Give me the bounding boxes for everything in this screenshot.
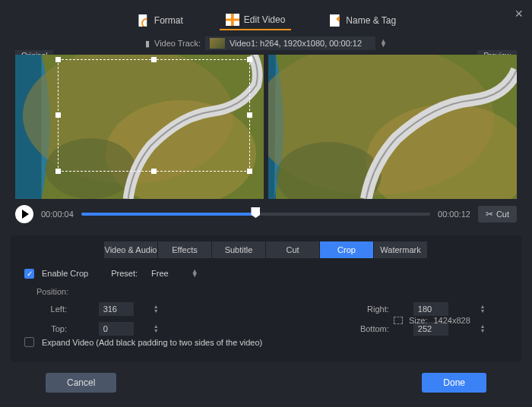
video-track-select[interactable]: Video1: h264, 1920x1080, 00:00:12	[205, 36, 375, 50]
right-spinner[interactable]: ▲▼	[480, 304, 508, 314]
edit-video-dialog: × Format Edit Video Name & Tag ▮ Video T…	[0, 0, 532, 407]
crop-selection[interactable]	[58, 59, 250, 172]
select-arrows-icon: ▲▼	[192, 270, 198, 277]
preset-value: Free	[151, 269, 169, 278]
player-bar: 00:00:04 00:00:12 ✂ Cut	[0, 199, 532, 232]
crop-handle-tl[interactable]	[55, 57, 61, 62]
tab-edit-video[interactable]: Edit Video	[220, 11, 292, 30]
video-track-label: Video Track:	[154, 39, 201, 48]
bottom-spinner[interactable]: ▲▼	[480, 324, 508, 333]
left-spinner[interactable]: ▲▼	[154, 304, 182, 314]
video-track-bar: ▮ Video Track: Video1: h264, 1920x1080, …	[0, 36, 532, 55]
top-input[interactable]	[99, 322, 134, 336]
crop-handle-bl[interactable]	[55, 169, 61, 174]
video-track-value: Video1: h264, 1920x1080, 00:00:12	[230, 39, 362, 48]
video-track-thumb	[210, 38, 225, 49]
position-block: Position: Left: ▲▼ Right: ▲▼ Top: ▲▼ Bot…	[24, 287, 508, 345]
name-tag-icon	[328, 14, 341, 27]
preview-video-pane	[268, 55, 517, 199]
left-input[interactable]	[99, 302, 134, 316]
film-icon: ▮	[145, 39, 150, 49]
close-icon[interactable]: ×	[515, 6, 523, 22]
original-video-pane	[15, 55, 264, 199]
edit-video-icon	[226, 14, 239, 26]
timeline-fill	[81, 213, 256, 216]
position-label: Position:	[36, 287, 508, 296]
right-label: Right:	[359, 304, 389, 314]
right-input[interactable]	[413, 302, 448, 316]
tab-edit-label: Edit Video	[244, 14, 286, 25]
duration: 00:00:12	[438, 210, 470, 219]
timeline-handle[interactable]	[251, 207, 260, 218]
done-button[interactable]: Done	[422, 373, 486, 393]
preview-frame	[268, 55, 517, 199]
crop-handle-tr[interactable]	[247, 57, 252, 62]
sub-tab-effects[interactable]: Effects	[158, 241, 212, 258]
select-arrows-icon[interactable]: ▲▼	[380, 39, 387, 47]
sub-tab-video-audio[interactable]: Video & Audio	[104, 241, 158, 258]
crop-handle-tm[interactable]	[151, 57, 157, 62]
top-tabs: Format Edit Video Name & Tag	[0, 0, 532, 36]
play-icon	[22, 210, 29, 219]
crop-handle-mr[interactable]	[247, 112, 252, 118]
play-button[interactable]	[15, 205, 33, 223]
current-time: 00:00:04	[41, 210, 74, 219]
expand-video-checkbox[interactable]	[24, 337, 34, 347]
size-label: Size:	[409, 316, 427, 325]
sub-tab-cut[interactable]: Cut	[266, 241, 320, 258]
enable-crop-checkbox[interactable]: ✓	[24, 269, 34, 279]
scissors-icon: ✂	[486, 209, 493, 219]
sub-tab-subtitle[interactable]: Subtitle	[212, 241, 266, 258]
crop-handle-ml[interactable]	[55, 112, 61, 118]
preview-row: Original Preview	[0, 55, 532, 199]
cut-label: Cut	[496, 210, 509, 219]
preset-label: Preset:	[111, 269, 138, 278]
enable-crop-label: Enable Crop	[42, 269, 88, 278]
left-label: Left:	[36, 304, 67, 314]
tab-format-label: Format	[154, 15, 183, 26]
crop-settings: ✓ Enable Crop Preset: Free ▲▼ Position: …	[11, 258, 521, 347]
settings-panel: Video & Audio Effects Subtitle Cut Crop …	[11, 235, 521, 362]
crop-handle-bm[interactable]	[151, 169, 157, 174]
footer: Cancel Done	[0, 362, 532, 393]
expand-video-label: Expand Video (Add black padding to two s…	[42, 338, 262, 347]
timeline-slider[interactable]	[81, 213, 430, 216]
tab-name-tag[interactable]: Name & Tag	[321, 11, 402, 30]
cut-button[interactable]: ✂ Cut	[478, 206, 517, 222]
tab-name-label: Name & Tag	[346, 15, 396, 26]
preset-select[interactable]: Free ▲▼	[145, 267, 204, 279]
sub-tab-crop[interactable]: Crop	[320, 241, 374, 258]
cancel-button[interactable]: Cancel	[46, 373, 116, 393]
size-value: 1424x828	[433, 316, 470, 325]
size-icon	[394, 317, 403, 324]
bottom-label: Bottom:	[359, 324, 389, 333]
crop-handle-br[interactable]	[247, 169, 252, 174]
format-icon	[136, 14, 150, 27]
sub-tabs: Video & Audio Effects Subtitle Cut Crop …	[11, 235, 521, 258]
tab-format[interactable]: Format	[130, 11, 189, 30]
top-label: Top:	[36, 324, 67, 333]
sub-tab-watermark[interactable]: Watermark	[374, 241, 428, 258]
top-spinner[interactable]: ▲▼	[154, 324, 182, 333]
